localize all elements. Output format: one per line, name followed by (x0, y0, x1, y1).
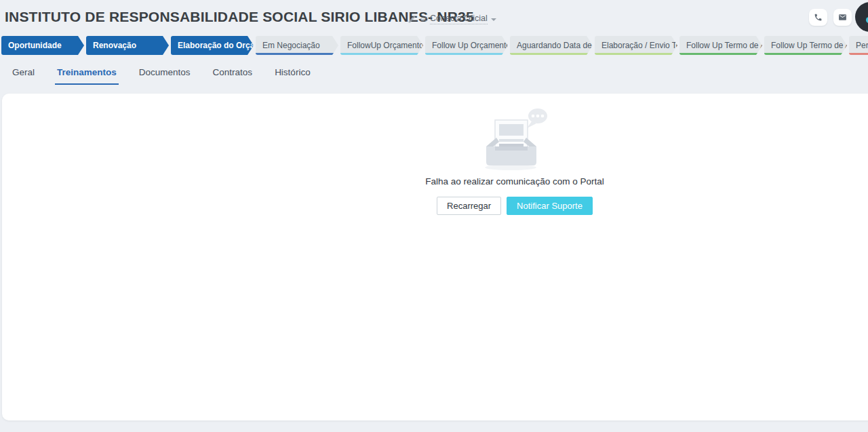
pipeline-stage[interactable]: Follow Up Termo de A... (764, 36, 847, 55)
error-illustration (477, 106, 553, 171)
link-icon[interactable] (420, 14, 429, 23)
pipeline-stage-label: Aguardando Data de T... (517, 41, 593, 50)
reload-button[interactable]: Recarregar (437, 197, 501, 215)
pipeline-stage[interactable]: Renovação (86, 36, 169, 55)
pipeline-stage-label: FollowUp Orçamento (... (347, 41, 423, 50)
content-card: Falha ao realizar comunicação com o Port… (2, 94, 868, 420)
pipeline-stage[interactable]: Follow Up Orçamento ... (425, 36, 508, 55)
pipeline-stage[interactable]: Elaboração do Orçame... (171, 36, 254, 55)
pipeline-stage-label: Follow Up Orçamento ... (432, 41, 508, 50)
pipeline-stage-label: Renovação (93, 41, 136, 50)
pipeline-stage-status-bar (510, 53, 593, 55)
pipeline-stage-label: Follow Up Termo de A... (771, 41, 847, 50)
tab-geral[interactable]: Geral (10, 66, 37, 85)
notify-support-button[interactable]: Notificar Suporte (507, 197, 593, 215)
mail-icon (838, 13, 847, 22)
pipeline-stage-status-bar (340, 53, 423, 55)
pipeline-stage[interactable]: Oportunidade (1, 36, 84, 55)
pipeline-stage[interactable]: Em Negociação (256, 36, 338, 55)
tab-historico[interactable]: Histórico (273, 66, 313, 85)
tab-documentos[interactable]: Documentos (137, 66, 193, 85)
pipeline-stage[interactable]: Per (849, 36, 868, 55)
pipeline-stage-status-bar (425, 53, 508, 55)
edit-icon[interactable] (408, 14, 416, 23)
phone-icon (814, 13, 823, 22)
pipeline-stage[interactable]: Elaboração / Envio Ter... (595, 36, 677, 55)
portal-error-block: Falha ao realizar comunicação com o Port… (376, 106, 654, 215)
pipeline-stage-status-bar (256, 53, 338, 55)
mail-button[interactable] (833, 9, 852, 26)
error-message: Falha ao realizar comunicação com o Port… (376, 176, 654, 186)
connector-selector[interactable]: Conecta Oficial (430, 14, 496, 24)
pipeline-stage-label: Elaboração do Orçame... (178, 41, 254, 50)
avatar[interactable] (855, 2, 868, 32)
chevron-down-icon (491, 18, 496, 21)
tab-bar: GeralTreinamentosDocumentosContratosHist… (10, 66, 331, 85)
pipeline-stage[interactable]: FollowUp Orçamento (... (340, 36, 423, 55)
connector-label: Conecta Oficial (430, 14, 488, 24)
pipeline-stage-label: Oportunidade (8, 41, 62, 50)
pipeline-stage-label: Per (856, 41, 868, 50)
error-actions: Recarregar Notificar Suporte (376, 197, 654, 215)
tab-treinamentos[interactable]: Treinamentos (55, 66, 119, 85)
pipeline-stage-status-bar (679, 53, 762, 55)
page: { "header": { "title": "INSTITUTO DE RES… (0, 0, 868, 432)
pipeline-stage-status-bar (595, 53, 677, 55)
pipeline-stage-label: Elaboração / Envio Ter... (601, 41, 677, 50)
pipeline-stage-status-bar (849, 53, 868, 55)
pipeline: OportunidadeRenovaçãoElaboração do Orçam… (1, 36, 868, 55)
page-title: INSTITUTO DE RESPONSABILIDADE SOCIAL SIR… (5, 9, 474, 25)
phone-button[interactable] (809, 9, 827, 26)
pipeline-stage-status-bar (764, 53, 847, 55)
pipeline-stage-label: Follow Up Termo de A... (686, 41, 762, 50)
tab-contratos[interactable]: Contratos (211, 66, 255, 85)
pipeline-stage-label: Em Negociação (262, 41, 320, 50)
pipeline-stage[interactable]: Follow Up Termo de A... (679, 36, 762, 55)
pipeline-stage[interactable]: Aguardando Data de T... (510, 36, 593, 55)
header: INSTITUTO DE RESPONSABILIDADE SOCIAL SIR… (0, 0, 868, 34)
